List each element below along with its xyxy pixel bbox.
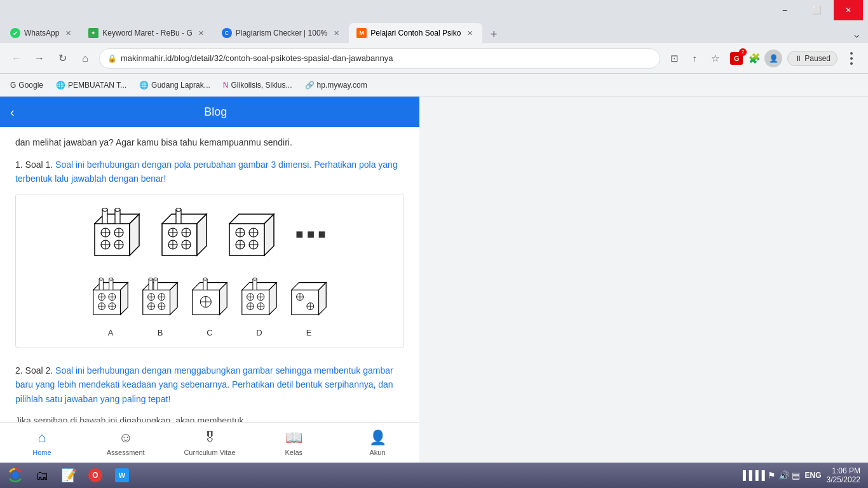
grammarly-ext[interactable]: G 2 xyxy=(729,51,744,66)
svg-point-113 xyxy=(253,278,257,280)
taskbar-editor[interactable]: 📝 xyxy=(56,464,81,487)
label-a: A xyxy=(88,328,133,337)
dots-indicator: ■ ■ ■ xyxy=(295,227,325,241)
nav-akun[interactable]: 👤 Akun xyxy=(352,430,403,456)
taskbar-right: ▐▐▐▐ ⚑ 🔊 ▤ ENG 1:06 PM 3/25/2022 xyxy=(740,466,865,484)
pembuatan-icon: 🌐 xyxy=(56,81,65,90)
maximize-button[interactable]: ⬜ xyxy=(802,0,831,20)
svg-rect-19 xyxy=(162,224,197,255)
ext-badge: 2 xyxy=(739,48,747,56)
svg-rect-34 xyxy=(176,210,181,224)
home-button[interactable]: ⌂ xyxy=(76,50,94,67)
url-text: makinmahir.id/blog/detail/32/contoh-soal… xyxy=(121,53,652,63)
q2-label: Soal 2. xyxy=(25,365,53,376)
kelas-nav-icon: 📖 xyxy=(285,430,302,446)
nav-home[interactable]: ⌂ Home xyxy=(17,430,67,456)
hp-icon: 🔗 xyxy=(305,81,315,90)
answer-b: B xyxy=(138,272,182,337)
svg-rect-87 xyxy=(149,279,153,290)
home-nav-label: Home xyxy=(32,449,51,456)
blog-area: ‹ Blog dan melihat jawaban ya? Agar kamu… xyxy=(0,97,419,463)
taskbar-word[interactable]: W xyxy=(109,464,135,487)
answer-d: D xyxy=(237,272,281,337)
nav-kelas[interactable]: 📖 Kelas xyxy=(268,430,319,456)
intro-text-content: dan melihat jawaban ya? Agar kamu bisa t… xyxy=(15,137,292,147)
browser-menu-button[interactable] xyxy=(843,50,860,67)
bookmark-google[interactable]: G Google xyxy=(5,78,48,92)
taskbar-opera[interactable]: O xyxy=(83,464,108,487)
google-icon: G xyxy=(10,81,16,90)
back-button[interactable]: ← xyxy=(8,50,25,67)
close-button[interactable]: ✕ xyxy=(834,0,863,20)
taskbar-chrome[interactable] xyxy=(3,464,28,487)
home-nav-icon: ⌂ xyxy=(37,430,46,446)
svg-point-67 xyxy=(99,278,103,280)
taskbar-files[interactable]: 🗂 xyxy=(29,464,55,487)
nav-assessment[interactable]: ☺ Assessment xyxy=(100,430,151,456)
bookmark-star-button[interactable]: ☆ xyxy=(706,50,724,67)
paused-button[interactable]: ⏸ Paused xyxy=(787,51,837,66)
battery-icon: ▤ xyxy=(792,470,800,480)
top-boxes-row: ■ ■ ■ xyxy=(88,205,330,264)
paused-icon: ⏸ xyxy=(794,54,802,63)
taskbar-sys-icons: ▐▐▐▐ ⚑ 🔊 ▤ xyxy=(740,470,800,480)
new-tab-button[interactable]: + xyxy=(485,25,503,43)
intro-text: dan melihat jawaban ya? Agar kamu bisa t… xyxy=(15,137,404,147)
volume-icon: 🔊 xyxy=(778,470,789,480)
svg-rect-97 xyxy=(242,290,269,315)
nav-cv[interactable]: 🎖 Curriculum Vitae xyxy=(184,430,235,456)
menu-dot-3 xyxy=(850,62,853,65)
minimize-button[interactable]: – xyxy=(770,0,799,20)
gudang-icon: 🌐 xyxy=(139,81,149,90)
bookmark-pembuatan[interactable]: 🌐 PEMBUATAN T... xyxy=(51,78,132,92)
forward-button[interactable]: → xyxy=(31,50,48,67)
tab-whatsapp[interactable]: ✔ WhatsApp ✕ xyxy=(3,23,81,43)
akun-nav-label: Akun xyxy=(370,449,386,456)
bookmark-gudang-label: Gudang Laprak... xyxy=(151,81,210,90)
address-bar: ← → ↻ ⌂ 🔒 makinmahir.id/blog/detail/32/c… xyxy=(0,43,868,74)
tab-keyword-close[interactable]: ✕ xyxy=(196,28,207,38)
tab-whatsapp-close[interactable]: ✕ xyxy=(63,28,73,38)
assessment-nav-icon: ☺ xyxy=(118,430,132,446)
answer-c: C xyxy=(187,272,232,337)
question-2: 2. Soal 2. Soal ini berhubungan dengan m… xyxy=(15,363,404,422)
svg-point-16 xyxy=(102,208,107,211)
translate-button[interactable]: ⊡ xyxy=(665,50,683,67)
question-2-partial: Jika serpihan di bawah ini digabungkan, … xyxy=(15,414,404,422)
tab-overflow-area: ⌵ xyxy=(848,25,865,43)
svg-rect-68 xyxy=(109,279,113,290)
label-c: C xyxy=(187,328,232,337)
bookmark-glikolisis-label: Glikolisis, Siklus... xyxy=(231,81,292,90)
bookmark-hp[interactable]: 🔗 hp.myway.com xyxy=(300,78,372,92)
tab-keyword[interactable]: ✦ Keyword Maret - ReBu - G ✕ xyxy=(81,23,214,43)
blog-header: ‹ Blog xyxy=(0,97,419,127)
tab-pelajari-title: Pelajari Contoh Soal Psiko xyxy=(370,29,461,37)
extensions-area: G 2 🧩 👤 xyxy=(729,50,782,67)
svg-rect-95 xyxy=(203,279,207,290)
reload-button[interactable]: ↻ xyxy=(53,50,71,67)
bookmark-gudang[interactable]: 🌐 Gudang Laprak... xyxy=(134,78,215,92)
tab-pelajari-close[interactable]: ✕ xyxy=(465,28,475,38)
extensions-button[interactable]: 🧩 xyxy=(745,50,763,67)
tab-pelajari[interactable]: M Pelajari Contoh Soal Psiko ✕ xyxy=(349,23,482,43)
answer-boxes-row: A xyxy=(88,272,331,337)
profile-button[interactable]: 👤 xyxy=(764,50,782,67)
cv-nav-label: Curriculum Vitae xyxy=(184,449,235,456)
clock-time: 1:06 PM xyxy=(827,466,860,475)
browser-chrome: – ⬜ ✕ ✔ WhatsApp ✕ ✦ Keyword Maret - ReB… xyxy=(0,0,868,97)
bookmark-glikolisis[interactable]: N Glikolisis, Siklus... xyxy=(218,78,297,92)
tab-plagiarism[interactable]: C Plagiarism Checker | 100% ✕ xyxy=(214,23,349,43)
box-3 xyxy=(223,205,280,264)
tab-plagiarism-close[interactable]: ✕ xyxy=(331,28,341,38)
blog-title: Blog xyxy=(22,105,409,119)
box-2 xyxy=(156,205,213,264)
secure-icon: 🔒 xyxy=(107,54,117,63)
svg-rect-70 xyxy=(143,290,170,315)
q2-number: 2. xyxy=(15,365,25,376)
blog-back-button[interactable]: ‹ xyxy=(10,105,15,119)
url-bar[interactable]: 🔒 makinmahir.id/blog/detail/32/contoh-so… xyxy=(99,48,660,69)
share-button[interactable]: ↑ xyxy=(686,50,703,67)
answer-a: A xyxy=(88,272,133,337)
tab-overflow-button[interactable]: ⌵ xyxy=(848,25,865,43)
svg-point-69 xyxy=(109,278,113,280)
